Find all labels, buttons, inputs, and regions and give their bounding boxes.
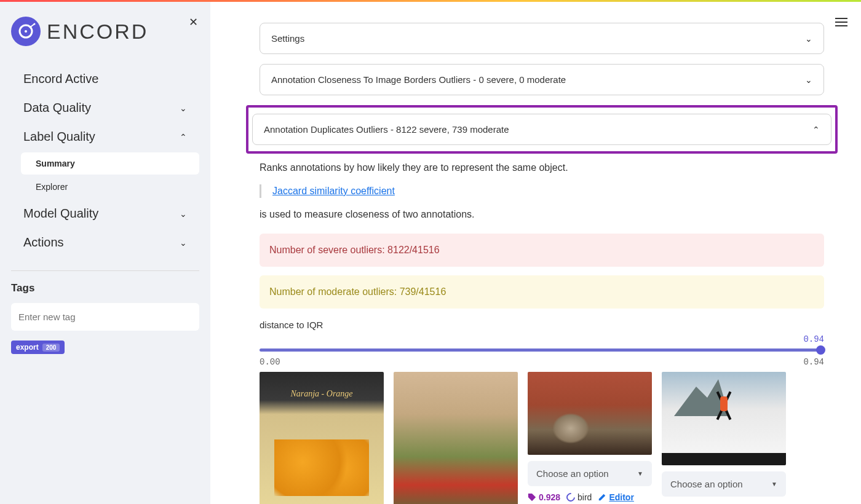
closeness-label: Annotation Closeness To Image Borders Ou… (271, 74, 566, 85)
export-label: export (16, 343, 39, 352)
chevron-down-icon: ⌄ (180, 238, 187, 248)
caret-down-icon: ▼ (637, 470, 643, 477)
duplicates-highlight: Annotation Duplicates Outliers - 8122 se… (246, 105, 838, 154)
score-tag: 0.928 (528, 492, 560, 502)
nav-data-quality[interactable]: Data Quality ⌄ (11, 93, 199, 122)
tag-icon (528, 493, 536, 502)
sidebar-nav: Encord Active Data Quality ⌄ Label Quali… (0, 65, 210, 257)
class-label: bird (577, 492, 592, 502)
editor-link[interactable]: Editor (598, 492, 633, 502)
option-placeholder: Choose an option (536, 468, 609, 479)
slider-label: distance to IQR (260, 320, 824, 330)
iqr-slider[interactable]: 0.94 0.00 0.94 (260, 336, 824, 364)
thumbnail-image (528, 372, 652, 455)
description-text-2: is used to measure closeness of two anno… (260, 209, 824, 220)
thumbnail-image (394, 372, 518, 504)
slider-min: 0.00 (260, 357, 280, 367)
nav-sub-summary[interactable]: Summary (21, 152, 199, 175)
thumbnail-row: Naranja - Orange Choose an option ▼ (260, 372, 824, 504)
svg-point-1 (25, 30, 27, 33)
tags-title: Tags (11, 282, 199, 294)
skier-shape (720, 396, 728, 411)
nav-label: Actions (23, 235, 64, 250)
app-title[interactable]: Encord Active (11, 65, 199, 93)
image-overlay-text: Naranja - Orange (260, 389, 384, 399)
class-icon (565, 491, 577, 503)
settings-panel[interactable]: Settings ⌄ (260, 23, 824, 54)
thumbnail-image: Naranja - Orange (260, 372, 384, 504)
nav-label-quality[interactable]: Label Quality ⌃ (11, 122, 199, 151)
tags-section: Tags export 200 (0, 282, 210, 354)
hamburger-icon[interactable] (835, 15, 847, 29)
chevron-down-icon: ⌄ (805, 34, 812, 44)
close-icon[interactable]: ✕ (189, 15, 198, 29)
severe-alert: Number of severe outliers: 8122/41516 (260, 234, 824, 267)
nav-actions[interactable]: Actions ⌄ (11, 228, 199, 257)
score-value: 0.928 (539, 492, 560, 502)
chevron-up-icon: ⌃ (812, 125, 820, 135)
logo-mark-icon (11, 17, 41, 46)
editor-label: Editor (609, 492, 633, 502)
thumb-meta-row: 0.928 bird Editor (528, 492, 652, 502)
nav-model-quality[interactable]: Model Quality ⌄ (11, 199, 199, 228)
pencil-icon (598, 493, 606, 502)
nav-label: Data Quality (23, 101, 91, 115)
thumb-card[interactable]: Choose an option ▼ (662, 372, 786, 504)
chevron-down-icon: ⌄ (180, 103, 187, 113)
export-count-badge: 200 (42, 344, 60, 352)
slider-thumb[interactable] (816, 345, 825, 355)
reference-block: Jaccard similarity coefficient (260, 184, 824, 198)
duplicates-body: Ranks annotations by how likely they are… (260, 162, 824, 504)
thumb-card[interactable]: Naranja - Orange (260, 372, 384, 504)
caret-down-icon: ▼ (771, 481, 777, 487)
option-placeholder: Choose an option (670, 479, 743, 489)
duplicates-panel[interactable]: Annotation Duplicates Outliers - 8122 se… (252, 114, 831, 145)
main-content: Settings ⌄ Annotation Closeness To Image… (210, 2, 861, 504)
slider-current-value: 0.94 (803, 334, 824, 344)
class-tag: bird (566, 492, 592, 502)
divider (11, 270, 199, 271)
thumb-card[interactable]: Choose an option ▼ 0.928 bird (528, 372, 652, 504)
nav-label: Label Quality (23, 130, 95, 144)
tag-input[interactable] (11, 303, 199, 331)
option-select[interactable]: Choose an option ▼ (662, 471, 786, 497)
brand-logo: ENCORD (11, 17, 199, 46)
settings-label: Settings (271, 33, 304, 44)
option-select[interactable]: Choose an option ▼ (528, 461, 652, 486)
svg-point-2 (34, 23, 36, 25)
chevron-up-icon: ⌃ (180, 132, 187, 142)
moderate-alert: Number of moderate outliers: 739/41516 (260, 275, 824, 309)
closeness-panel[interactable]: Annotation Closeness To Image Borders Ou… (260, 64, 824, 95)
export-button[interactable]: export 200 (11, 341, 65, 354)
description-text: Ranks annotations by how likely they are… (260, 162, 824, 173)
sidebar: ✕ ENCORD Encord Active Data Quality ⌄ La… (0, 2, 210, 504)
duplicates-label: Annotation Duplicates Outliers - 8122 se… (264, 124, 509, 135)
jaccard-link[interactable]: Jaccard similarity coefficient (272, 186, 395, 196)
brand-name: ENCORD (47, 20, 148, 44)
nav-sub-explorer[interactable]: Explorer (21, 176, 199, 198)
chevron-down-icon: ⌄ (805, 75, 812, 85)
slider-track (260, 348, 824, 352)
slider-max: 0.94 (803, 357, 824, 367)
thumbnail-image (662, 372, 786, 465)
nav-label: Model Quality (23, 207, 98, 221)
thumb-card[interactable] (394, 372, 518, 504)
chevron-down-icon: ⌄ (180, 209, 187, 219)
